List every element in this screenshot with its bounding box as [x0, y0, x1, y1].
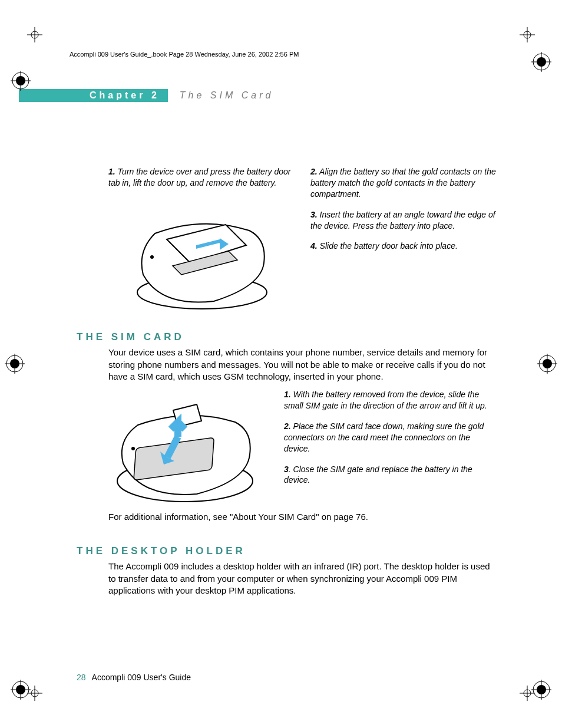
step-number: 3.	[310, 210, 318, 219]
step-number: 4.	[310, 241, 318, 251]
print-header: Accompli 009 User's Guide_.book Page 28 …	[70, 51, 299, 58]
step-number: 1.	[284, 390, 291, 399]
chapter-header: Chapter 2 The SIM Card	[19, 87, 273, 104]
step-number: 2.	[284, 421, 291, 431]
battery-step-2: 2. Align the battery so that the gold co…	[310, 166, 497, 200]
sim-step-1: 1. With the battery removed from the dev…	[284, 389, 497, 411]
device-battery-illustration	[125, 198, 279, 310]
step-text: Place the SIM card face down, making sur…	[284, 421, 484, 453]
registration-mark-icon	[531, 680, 551, 700]
battery-step-4: 4. Slide the battery door back into plac…	[310, 241, 497, 252]
page-footer: 28Accompli 009 User's Guide	[77, 673, 191, 682]
battery-step-3: 3. Insert the battery at an angle toward…	[310, 209, 497, 232]
sim-step-2: 2. Place the SIM card face down, making …	[284, 421, 497, 454]
desktop-holder-heading: THE DESKTOP HOLDER	[77, 545, 497, 557]
registration-mark-icon	[11, 680, 31, 700]
registration-mark-icon	[5, 354, 25, 374]
step-number: 1.	[108, 167, 115, 176]
svg-point-1	[150, 255, 154, 259]
registration-mark-icon	[537, 354, 557, 374]
sim-intro-text: Your device uses a SIM card, which conta…	[108, 347, 497, 383]
step-text: With the battery removed from the device…	[284, 390, 487, 410]
chapter-number-badge: Chapter 2	[19, 89, 168, 102]
footer-title: Accompli 009 User's Guide	[92, 673, 191, 682]
step-text: . Close the SIM gate and replace the bat…	[284, 465, 472, 485]
step-number: 2.	[310, 167, 318, 176]
registration-mark-icon	[531, 52, 551, 72]
crop-mark-icon	[27, 27, 42, 42]
step-text: Turn the device over and press the batte…	[108, 167, 290, 187]
registration-mark-icon	[11, 71, 31, 91]
sim-card-heading: THE SIM CARD	[77, 331, 497, 343]
chapter-title: The SIM Card	[180, 90, 274, 101]
sim-step-3: 3. Close the SIM gate and replace the ba…	[284, 464, 497, 486]
step-text: Insert the battery at an angle toward th…	[310, 210, 495, 230]
svg-point-4	[131, 447, 135, 450]
step-text: Slide the battery door back into place.	[318, 241, 458, 251]
battery-step-1: 1. Turn the device over and press the ba…	[108, 166, 295, 189]
step-number: 3	[284, 465, 289, 474]
page-number: 28	[77, 673, 86, 682]
device-sim-illustration	[108, 393, 262, 505]
sim-additional-text: For additional information, see "About Y…	[108, 512, 497, 522]
step-text: Align the battery so that the gold conta…	[310, 167, 496, 199]
desktop-holder-text: The Accompli 009 includes a desktop hold…	[108, 561, 497, 597]
crop-mark-icon	[520, 27, 535, 42]
